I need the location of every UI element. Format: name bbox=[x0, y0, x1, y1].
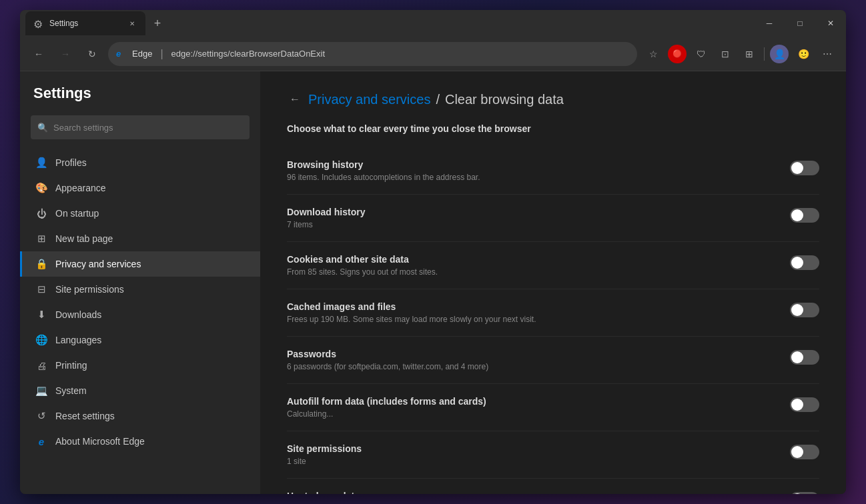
profile-avatar: 👤 bbox=[770, 45, 789, 63]
download-history-toggle[interactable] bbox=[790, 208, 819, 223]
setting-info: Cached images and files Frees up 190 MB.… bbox=[287, 301, 790, 324]
toolbar-icons: ☆ 🔴 🛡 ⊡ ⊞ 👤 🙂 ⋯ bbox=[642, 43, 838, 65]
sidebar-item-label: System bbox=[55, 385, 87, 396]
setting-info: Autofill form data (includes forms and c… bbox=[287, 396, 790, 419]
sidebar-item-label: Appearance bbox=[55, 183, 106, 193]
address-bar[interactable]: e Edge | edge://settings/clearBrowserDat… bbox=[108, 42, 637, 66]
reset-icon: ↺ bbox=[35, 410, 47, 422]
tab-title: Settings bbox=[49, 19, 121, 28]
setting-desc: Frees up 190 MB. Some sites may load mor… bbox=[287, 315, 763, 324]
sidebar-item-label: Reset settings bbox=[55, 411, 115, 421]
maximize-button[interactable]: □ bbox=[785, 10, 815, 37]
setting-name: Browsing history bbox=[287, 159, 763, 170]
setting-name: Site permissions bbox=[287, 443, 763, 454]
sidebar-item-printing[interactable]: 🖨 Printing bbox=[20, 353, 260, 378]
setting-cached-images: Cached images and files Frees up 190 MB.… bbox=[287, 289, 819, 337]
system-icon: 💻 bbox=[35, 385, 47, 397]
setting-desc: 96 items. Includes autocompletions in th… bbox=[287, 173, 763, 182]
tab-close-button[interactable]: ✕ bbox=[127, 18, 137, 29]
setting-name: Autofill form data (includes forms and c… bbox=[287, 396, 763, 407]
setting-passwords: Passwords 6 passwords (for softpedia.com… bbox=[287, 337, 819, 384]
refresh-button[interactable]: ↻ bbox=[81, 43, 103, 65]
setting-desc: 7 items bbox=[287, 220, 763, 229]
setting-autofill: Autofill form data (includes forms and c… bbox=[287, 384, 819, 431]
close-button[interactable]: ✕ bbox=[815, 10, 846, 37]
sidebar-item-reset-settings[interactable]: ↺ Reset settings bbox=[20, 403, 260, 429]
sidebar-item-languages[interactable]: 🌐 Languages bbox=[20, 327, 260, 353]
setting-desc: Calculating... bbox=[287, 409, 763, 419]
collections-icon[interactable]: ⊡ bbox=[715, 43, 736, 65]
setting-cookies: Cookies and other site data From 85 site… bbox=[287, 242, 819, 289]
languages-icon: 🌐 bbox=[35, 334, 47, 346]
hosted-app-data-toggle[interactable] bbox=[790, 492, 819, 494]
setting-name: Cookies and other site data bbox=[287, 254, 763, 265]
sidebar-item-privacy[interactable]: 🔒 Privacy and services bbox=[20, 251, 260, 277]
setting-info: Site permissions 1 site bbox=[287, 443, 790, 466]
settings-list: Browsing history 96 items. Includes auto… bbox=[287, 147, 819, 494]
setting-desc: 1 site bbox=[287, 457, 763, 466]
autofill-toggle[interactable] bbox=[790, 397, 819, 412]
passwords-toggle[interactable] bbox=[790, 350, 819, 365]
sidebar-item-about-edge[interactable]: e About Microsoft Edge bbox=[20, 429, 260, 454]
breadcrumb-back-button[interactable]: ← bbox=[287, 91, 303, 107]
emoji-button[interactable]: 🙂 bbox=[793, 43, 814, 65]
profile-button[interactable]: 👤 bbox=[769, 43, 790, 65]
red-icon: 🔴 bbox=[668, 45, 687, 63]
downloads-icon: ⬇ bbox=[35, 309, 47, 321]
star-button[interactable]: ☆ bbox=[642, 43, 664, 65]
setting-hosted-app-data: Hosted app data 2 apps: Microsoft Store,… bbox=[287, 479, 819, 494]
breadcrumb-privacy-link[interactable]: Privacy and services bbox=[308, 92, 430, 107]
extensions-icon[interactable]: ⊞ bbox=[739, 43, 760, 65]
sidebar-item-appearance[interactable]: 🎨 Appearance bbox=[20, 175, 260, 201]
url-text: edge://settings/clearBrowserDataOnExit bbox=[171, 49, 326, 59]
sidebar-item-profiles[interactable]: 👤 Profiles bbox=[20, 150, 260, 175]
browser-window: ⚙ Settings ✕ + ─ □ ✕ ← → ↻ e Edge | edge… bbox=[20, 10, 846, 494]
setting-info: Browsing history 96 items. Includes auto… bbox=[287, 159, 790, 182]
browsing-history-toggle[interactable] bbox=[790, 161, 819, 175]
back-button[interactable]: ← bbox=[28, 43, 49, 65]
sidebar-item-site-permissions[interactable]: ⊟ Site permissions bbox=[20, 277, 260, 302]
breadcrumb: ← Privacy and services / Clear browsing … bbox=[287, 91, 819, 107]
window-controls: ─ □ ✕ bbox=[754, 10, 846, 37]
appearance-icon: 🎨 bbox=[35, 182, 47, 194]
extension-red-button[interactable]: 🔴 bbox=[667, 43, 688, 65]
breadcrumb-separator: / bbox=[436, 92, 440, 107]
sidebar-item-new-tab-page[interactable]: ⊞ New tab page bbox=[20, 226, 260, 251]
cookies-toggle[interactable] bbox=[790, 255, 819, 270]
sidebar-item-downloads[interactable]: ⬇ Downloads bbox=[20, 302, 260, 327]
sidebar-item-label: Privacy and services bbox=[55, 259, 141, 269]
sidebar-item-on-startup[interactable]: ⏻ On startup bbox=[20, 201, 260, 226]
sidebar-item-label: About Microsoft Edge bbox=[55, 436, 145, 447]
shield-icon[interactable]: 🛡 bbox=[691, 43, 712, 65]
search-box[interactable]: 🔍 Search settings bbox=[31, 115, 250, 139]
profiles-icon: 👤 bbox=[35, 157, 47, 169]
nav-bar: ← → ↻ e Edge | edge://settings/clearBrow… bbox=[20, 37, 846, 71]
setting-name: Hosted app data bbox=[287, 491, 763, 494]
sidebar-item-label: Languages bbox=[55, 335, 101, 345]
main-content: Settings 🔍 Search settings 👤 Profiles 🎨 … bbox=[20, 71, 846, 494]
title-bar: ⚙ Settings ✕ + ─ □ ✕ bbox=[20, 10, 846, 37]
new-tab-button[interactable]: + bbox=[148, 14, 167, 33]
content-area: ← Privacy and services / Clear browsing … bbox=[260, 71, 846, 494]
site-permissions-toggle[interactable] bbox=[790, 445, 819, 459]
setting-desc: From 85 sites. Signs you out of most sit… bbox=[287, 267, 763, 277]
cached-images-toggle[interactable] bbox=[790, 303, 819, 317]
sidebar-title: Settings bbox=[20, 85, 260, 115]
printing-icon: 🖨 bbox=[35, 359, 47, 371]
sidebar-item-label: Profiles bbox=[55, 157, 87, 168]
settings-tab[interactable]: ⚙ Settings ✕ bbox=[25, 11, 145, 35]
search-placeholder: Search settings bbox=[53, 123, 113, 133]
search-icon: 🔍 bbox=[37, 123, 48, 133]
forward-button[interactable]: → bbox=[55, 43, 76, 65]
url-brand: Edge bbox=[132, 49, 152, 59]
more-button[interactable]: ⋯ bbox=[817, 43, 838, 65]
minimize-button[interactable]: ─ bbox=[754, 10, 785, 37]
setting-download-history: Download history 7 items bbox=[287, 195, 819, 242]
sidebar-item-system[interactable]: 💻 System bbox=[20, 378, 260, 403]
sidebar-item-label: New tab page bbox=[55, 233, 113, 244]
setting-name: Download history bbox=[287, 207, 763, 217]
about-edge-icon: e bbox=[35, 435, 47, 447]
edge-logo-icon: e bbox=[116, 49, 127, 59]
setting-browsing-history: Browsing history 96 items. Includes auto… bbox=[287, 147, 819, 195]
tab-settings-icon: ⚙ bbox=[33, 18, 44, 29]
